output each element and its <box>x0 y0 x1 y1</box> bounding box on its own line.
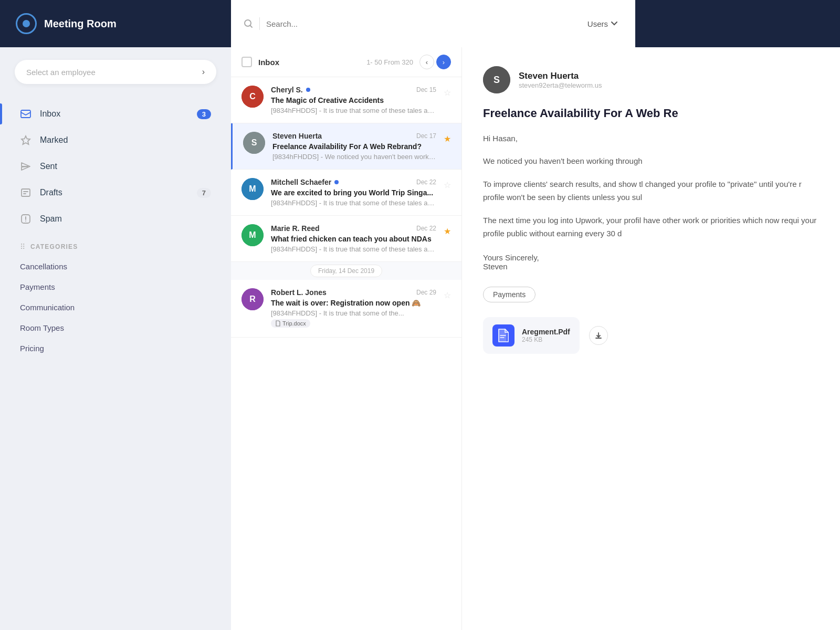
svg-line-1 <box>250 26 253 28</box>
attachment-info: Aregment.Pdf 245 KB <box>522 328 570 343</box>
email-subject-2: Freelance Availability For A Web Rebrand… <box>272 142 436 151</box>
star-4[interactable]: ★ <box>444 226 451 236</box>
users-dropdown[interactable]: Users <box>582 16 623 32</box>
attachment-tag-5: Trip.docx <box>271 319 310 328</box>
prev-page-btn[interactable]: ‹ <box>419 55 434 69</box>
avatar-steven: S <box>243 132 265 154</box>
employee-select-text: Select an employee <box>26 68 96 77</box>
category-pricing[interactable]: Pricing <box>15 338 216 359</box>
body-para-2: We noticed you haven't been working thro… <box>483 154 819 168</box>
svg-text:C: C <box>249 92 256 101</box>
sender-name-4: Marie R. Reed <box>271 224 320 233</box>
email-item-1[interactable]: C Cheryl S. Dec 15 The Magic of Creative… <box>231 77 461 123</box>
search-icon <box>244 19 253 28</box>
sender-name-5: Robert L. Jones <box>271 288 327 297</box>
online-indicator-3 <box>334 180 339 184</box>
email-list-panel: Inbox 1- 50 From 320 ‹ › C Cheryl S. <box>231 47 462 630</box>
top-bar-right <box>635 0 840 47</box>
drafts-label: Drafts <box>40 188 188 197</box>
sent-label: Sent <box>40 162 211 171</box>
next-page-btn[interactable]: › <box>436 55 451 69</box>
svg-text:S: S <box>494 75 500 85</box>
pagination-buttons: ‹ › <box>419 55 451 69</box>
date-divider: Friday, 14 Dec 2019 <box>231 262 461 280</box>
attachment-card: Aregment.Pdf 245 KB <box>483 317 580 354</box>
svg-text:S: S <box>251 138 257 147</box>
sidebar-item-spam[interactable]: Spam <box>15 206 216 232</box>
attachment-section: Aregment.Pdf 245 KB <box>483 317 819 354</box>
category-payments[interactable]: Payments <box>15 277 216 297</box>
download-button[interactable] <box>589 326 608 345</box>
detail-sender-section: S Steven Huerta steven92erta@teleworm.us <box>483 66 819 93</box>
sender-name-3: Mitchell Schaefer <box>271 178 339 186</box>
star-2[interactable]: ★ <box>444 134 451 144</box>
search-divider <box>259 17 260 30</box>
attachment-file-icon <box>492 324 514 346</box>
sidebar-item-marked[interactable]: Marked <box>15 127 216 153</box>
employee-select[interactable]: Select an employee › <box>15 60 216 84</box>
sender-name-2: Steven Huerta <box>272 132 322 140</box>
email-item-3[interactable]: M Mitchell Schaefer Dec 22 We are excite… <box>231 170 461 216</box>
email-subject-5: The wait is over: Registration now open … <box>271 299 436 307</box>
star-3[interactable]: ☆ <box>444 180 451 190</box>
chevron-down-icon <box>611 22 617 26</box>
sidebar: Select an employee › Inbox 3 Marked <box>0 47 231 630</box>
detail-body: Hi Hasan, We noticed you haven't been wo… <box>483 132 819 271</box>
drafts-icon <box>20 187 32 198</box>
avatar-cheryl: C <box>242 86 264 108</box>
email-item-5[interactable]: R Robert L. Jones Dec 29 The wait is ove… <box>231 280 461 338</box>
main-layout: Select an employee › Inbox 3 Marked <box>0 47 840 630</box>
search-input[interactable] <box>266 19 576 28</box>
email-item-4[interactable]: M Marie R. Reed Dec 22 What fried chicke… <box>231 216 461 262</box>
email-date-2: Dec 17 <box>416 132 436 140</box>
categories-dots-icon: ⠿ <box>20 243 25 251</box>
sidebar-item-sent[interactable]: Sent <box>15 153 216 180</box>
email-meta-4: Marie R. Reed Dec 22 <box>271 224 436 233</box>
email-list: C Cheryl S. Dec 15 The Magic of Creative… <box>231 77 461 630</box>
svg-point-7 <box>25 220 26 222</box>
body-para-3: To improve clients' search results, and … <box>483 177 819 204</box>
payments-tag-wrap: Payments <box>483 281 819 302</box>
star-5[interactable]: ☆ <box>444 290 451 300</box>
category-room-types[interactable]: Room Types <box>15 318 216 338</box>
marked-label: Marked <box>40 135 211 145</box>
email-content-4: Marie R. Reed Dec 22 What fried chicken … <box>271 224 436 253</box>
inbox-badge: 3 <box>197 109 211 119</box>
email-subject-4: What fried chicken can teach you about N… <box>271 235 436 243</box>
email-preview-4: [9834hFHDDS] - It is true that some of t… <box>271 245 436 253</box>
svg-rect-2 <box>21 110 30 118</box>
inbox-heading: Inbox <box>258 58 360 67</box>
body-para-4: The next time you log into Upwork, your … <box>483 214 819 240</box>
drafts-badge: 7 <box>197 188 211 198</box>
sidebar-item-inbox[interactable]: Inbox 3 <box>15 101 216 127</box>
inbox-label: Inbox <box>40 109 188 119</box>
sidebar-item-drafts[interactable]: Drafts 7 <box>15 180 216 206</box>
categories-title: CATEGORIES <box>30 243 78 250</box>
email-subject-3: We are excited to bring you World Trip S… <box>271 188 436 197</box>
category-communication[interactable]: Communication <box>15 297 216 318</box>
svg-marker-3 <box>22 136 30 144</box>
select-all-checkbox[interactable] <box>242 57 252 67</box>
email-item-2[interactable]: S Steven Huerta Dec 17 Freelance Availab… <box>231 123 461 170</box>
email-meta-5: Robert L. Jones Dec 29 <box>271 288 436 297</box>
svg-text:M: M <box>249 230 256 239</box>
spam-label: Spam <box>40 214 211 224</box>
email-preview-3: [9834hFHDDS] - It is true that some of t… <box>271 199 436 207</box>
star-1[interactable]: ☆ <box>444 88 451 98</box>
attachment-name: Aregment.Pdf <box>522 328 570 336</box>
email-signature: Yours Sincerely,Steven <box>483 253 819 271</box>
attachment-size: 245 KB <box>522 336 570 343</box>
pagination-info: 1- 50 From 320 <box>366 58 413 66</box>
payments-tag[interactable]: Payments <box>483 287 536 302</box>
svg-rect-4 <box>22 189 30 196</box>
employee-select-arrow: › <box>202 67 205 77</box>
email-date-5: Dec 29 <box>416 289 436 296</box>
top-bar: Meeting Room Users <box>0 0 840 47</box>
email-subject-1: The Magic of Creative Accidents <box>271 96 436 104</box>
avatar-marie: M <box>242 224 264 246</box>
online-indicator-1 <box>306 88 310 92</box>
email-meta-3: Mitchell Schaefer Dec 22 <box>271 178 436 186</box>
avatar-robert: R <box>242 288 264 310</box>
inbox-icon <box>20 108 32 120</box>
category-cancellations[interactable]: Cancellations <box>15 256 216 277</box>
